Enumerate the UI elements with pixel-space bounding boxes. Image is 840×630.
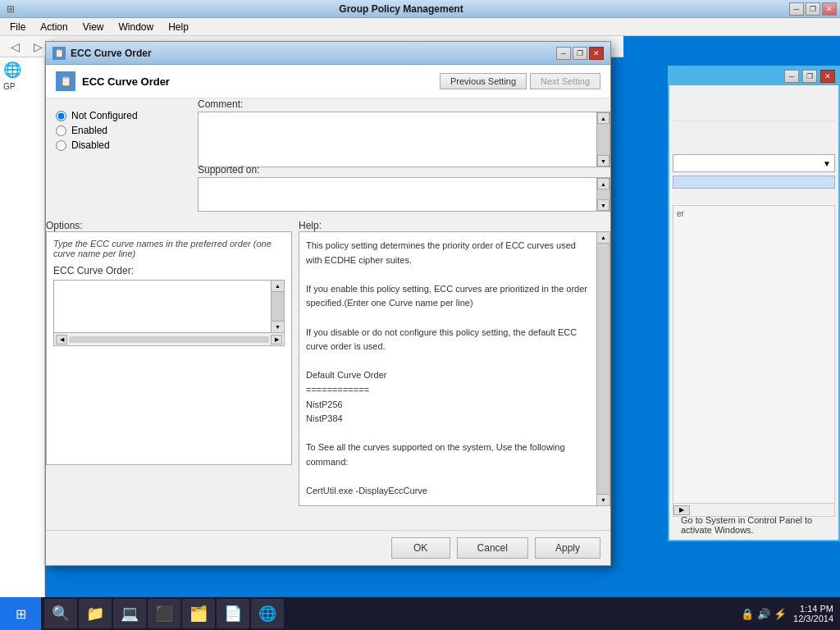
comment-scrollbar: ▲ ▼: [596, 112, 609, 167]
next-setting-button[interactable]: Next Setting: [530, 73, 600, 89]
help-content: This policy setting determines the prior…: [299, 232, 596, 505]
taskbar-notepad[interactable]: 📄: [217, 599, 249, 628]
help-scroll-up[interactable]: ▲: [597, 232, 609, 244]
help-p8: To See all the curves supported on the s…: [306, 441, 590, 469]
supported-section: Supported on: ▲ ▼: [198, 164, 610, 212]
left-panel-tree: 🌐 GP: [0, 57, 45, 597]
modal-minimize-button[interactable]: ─: [556, 47, 571, 60]
supported-scroll-down[interactable]: ▼: [597, 199, 609, 211]
scroll-up-btn[interactable]: ▲: [597, 112, 609, 124]
menu-action[interactable]: Action: [35, 20, 72, 34]
radio-enabled-label: Enabled: [71, 125, 107, 136]
menu-window[interactable]: Window: [114, 20, 159, 34]
options-hint: Type the ECC curve names in the preferre…: [53, 239, 285, 258]
supported-scroll-up[interactable]: ▲: [597, 178, 609, 189]
taskbar-folder[interactable]: 🗂️: [182, 599, 215, 628]
apply-button[interactable]: Apply: [535, 537, 600, 559]
help-p6: NistP256: [306, 398, 590, 413]
help-scroll-down[interactable]: ▼: [597, 494, 609, 505]
restore-button[interactable]: ❐: [806, 2, 820, 16]
taskbar-cmd[interactable]: ⬛: [148, 599, 180, 628]
supported-textarea[interactable]: [199, 178, 596, 211]
taskbar-icons: 🔍 📁 💻 ⬛ 🗂️ 📄 🌐: [41, 599, 287, 628]
help-label: Help:: [299, 220, 610, 231]
modal-close-button[interactable]: ✕: [589, 47, 604, 60]
second-win-restore[interactable]: ❐: [802, 70, 817, 83]
taskbar: ⊞ 🔍 📁 💻 ⬛ 🗂️ 📄 🌐 🔒 🔊 ⚡ 1:14 PM 12/3/2014: [0, 597, 840, 630]
ecc-h-scrollbar[interactable]: ◀ ▶: [53, 333, 285, 346]
comment-label: Comment:: [198, 98, 610, 110]
ok-button[interactable]: OK: [391, 537, 450, 559]
taskbar-clock: 1:14 PM 12/3/2014: [793, 604, 833, 623]
back-button[interactable]: ◁: [5, 38, 25, 56]
help-p1: This policy setting determines the prior…: [306, 239, 590, 267]
clock-date: 12/3/2014: [793, 614, 833, 623]
modal-body: Not Configured Enabled Disabled Comment:…: [46, 98, 610, 530]
modal-icon: 📋: [52, 47, 66, 60]
tree-icon: 🌐: [3, 61, 41, 79]
options-section: Options: Type the ECC curve names in the…: [46, 220, 292, 530]
menu-view[interactable]: View: [78, 20, 109, 34]
help-p3: If you disable or do not configure this …: [306, 326, 590, 354]
supported-label: Supported on:: [198, 164, 610, 176]
help-section: Help: This policy setting determines the…: [299, 220, 610, 530]
help-p9: CertUtil.exe -DisplayEccCurve: [306, 484, 590, 499]
modal-footer: OK Cancel Apply: [46, 530, 610, 565]
taskbar-sys-icons: 🔒 🔊 ⚡: [741, 608, 787, 620]
modal-header-icon: 📋: [56, 71, 75, 91]
app-menubar: File Action View Window Help: [0, 18, 840, 36]
modal-header: 📋 ECC Curve Order Previous Setting Next …: [46, 65, 610, 98]
modal-titlebar: 📋 ECC Curve Order ─ ❐ ✕: [46, 42, 610, 65]
taskbar-app6[interactable]: 🌐: [251, 599, 284, 628]
hscroll-left[interactable]: ◀: [56, 335, 67, 345]
second-window: ─ ❐ ✕ ▼ er ▶ Go to System in Control Pan…: [668, 66, 840, 541]
volume-icon: 🔊: [757, 608, 770, 620]
ecc-order-textarea[interactable]: [54, 281, 271, 332]
taskbar-explorer[interactable]: 📁: [79, 599, 112, 628]
activate-text: Go to System in Control Panel to activat…: [676, 509, 835, 541]
radio-disabled-input[interactable]: [56, 140, 66, 151]
second-win-content: ▼ er ▶ Go to System in Control Panel to …: [669, 85, 838, 569]
app-window-controls: ─ ❐ ✕: [788, 2, 837, 16]
clock-time: 1:14 PM: [793, 604, 833, 614]
help-p7: NistP384: [306, 412, 590, 427]
second-win-dropdown[interactable]: ▼: [673, 154, 835, 172]
close-button[interactable]: ✕: [822, 2, 837, 16]
radio-not-configured-label: Not Configured: [71, 110, 138, 121]
app-titlebar: ⊞ Group Policy Management ─ ❐ ✕: [0, 0, 840, 18]
modal-restore-button[interactable]: ❐: [573, 47, 587, 60]
app-title: Group Policy Management: [15, 3, 788, 15]
modal-header-title: ECC Curve Order: [82, 75, 440, 88]
ecc-order-label: ECC Curve Order:: [53, 265, 285, 276]
help-p4: Default Curve Order: [306, 368, 590, 383]
ecc-scroll-up[interactable]: ▲: [272, 281, 284, 292]
radio-enabled-input[interactable]: [56, 126, 66, 136]
taskbar-powershell[interactable]: 💻: [113, 599, 146, 628]
radio-disabled-label: Disabled: [71, 139, 110, 151]
network-icon: 🔒: [741, 608, 754, 620]
ecc-v-scrollbar: ▲ ▼: [271, 281, 284, 332]
ecc-scroll-down[interactable]: ▼: [272, 321, 284, 332]
help-scrollbar: ▲ ▼: [596, 232, 609, 505]
minimize-button[interactable]: ─: [789, 2, 804, 16]
menu-file[interactable]: File: [5, 20, 30, 34]
comment-textarea[interactable]: [199, 112, 596, 166]
help-p5: ============: [306, 383, 590, 398]
second-win-minimize[interactable]: ─: [784, 70, 799, 83]
second-win-scrollbar-area: er ▶: [673, 205, 835, 517]
menu-help[interactable]: Help: [163, 20, 194, 34]
ecc-curve-order-dialog: 📋 ECC Curve Order ─ ❐ ✕ 📋 ECC Curve Orde…: [45, 41, 611, 566]
second-win-close[interactable]: ✕: [820, 70, 835, 83]
options-label: Options:: [46, 220, 292, 231]
hscroll-right[interactable]: ▶: [271, 335, 282, 345]
taskbar-search[interactable]: 🔍: [44, 599, 77, 628]
supported-scrollbar: ▲ ▼: [596, 178, 609, 211]
radio-not-configured-input[interactable]: [56, 111, 66, 121]
battery-icon: ⚡: [774, 608, 787, 620]
tree-gp-label: GP: [3, 82, 41, 91]
start-button[interactable]: ⊞: [0, 597, 41, 630]
cancel-button[interactable]: Cancel: [457, 537, 528, 559]
previous-setting-button[interactable]: Previous Setting: [440, 73, 527, 89]
second-win-titlebar: ─ ❐ ✕: [669, 67, 838, 85]
taskbar-right: 🔒 🔊 ⚡ 1:14 PM 12/3/2014: [734, 604, 840, 623]
